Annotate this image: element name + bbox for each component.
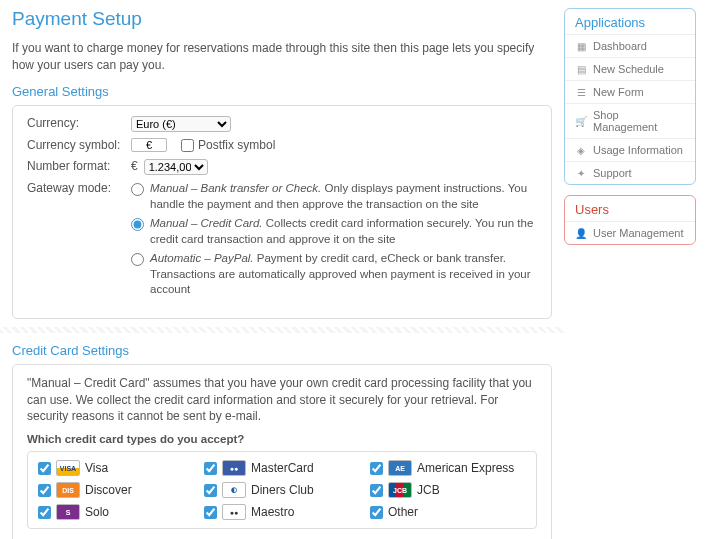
users-panel: Users 👤User Management — [564, 195, 696, 245]
radio-manual-bank[interactable] — [131, 183, 144, 196]
cc-checkbox[interactable] — [38, 484, 51, 497]
support-icon: ✦ — [575, 167, 587, 179]
cc-option-other[interactable]: Other — [370, 504, 526, 520]
sidebar-item-new-form[interactable]: ☰New Form — [565, 80, 695, 103]
format-select[interactable]: 1.234,00 — [144, 159, 208, 175]
radio-manual-cc[interactable] — [131, 218, 144, 231]
format-prefix: € — [131, 159, 138, 175]
cc-checkbox[interactable] — [204, 462, 217, 475]
sidebar-item-new-schedule[interactable]: ▤New Schedule — [565, 57, 695, 80]
cc-checkbox[interactable] — [370, 462, 383, 475]
sidebar-item-usage-information[interactable]: ◈Usage Information — [565, 138, 695, 161]
sidebar-item-support[interactable]: ✦Support — [565, 161, 695, 184]
general-heading: General Settings — [12, 84, 552, 99]
cc-heading: Credit Card Settings — [12, 343, 552, 358]
currency-select[interactable]: Euro (€) — [131, 116, 231, 132]
postfix-checkbox[interactable] — [181, 139, 194, 152]
cc-question: Which credit card types do you accept? — [27, 433, 537, 445]
visa-icon: VISA — [56, 460, 80, 476]
gateway-mode-manual-cc[interactable]: Manual – Credit Card. Collects credit ca… — [131, 216, 537, 247]
usage-information-icon: ◈ — [575, 144, 587, 156]
gateway-mode-paypal[interactable]: Automatic – PayPal. Payment by credit ca… — [131, 251, 537, 298]
maestro-icon: ●● — [222, 504, 246, 520]
new-form-icon: ☰ — [575, 86, 587, 98]
user-management-icon: 👤 — [575, 227, 587, 239]
sidebar-item-label: User Management — [593, 227, 684, 239]
sidebar-item-user-management[interactable]: 👤User Management — [565, 221, 695, 244]
cc-label: Diners Club — [251, 483, 314, 497]
cc-checkbox[interactable] — [204, 506, 217, 519]
cc-option-solo[interactable]: SSolo — [38, 504, 194, 520]
cc-label: JCB — [417, 483, 440, 497]
cc-label: American Express — [417, 461, 514, 475]
symbol-input[interactable] — [131, 138, 167, 152]
cc-checkbox[interactable] — [204, 484, 217, 497]
applications-panel: Applications ▦Dashboard▤New Schedule☰New… — [564, 8, 696, 185]
cc-checkbox[interactable] — [38, 506, 51, 519]
diners-club-icon: ◐ — [222, 482, 246, 498]
gateway-mode-manual-bank[interactable]: Manual – Bank transfer or Check. Only di… — [131, 181, 537, 212]
postfix-label: Postfix symbol — [198, 138, 275, 154]
currency-label: Currency: — [27, 116, 131, 132]
cc-option-visa[interactable]: VISAVisa — [38, 460, 194, 476]
sidebar-item-label: Usage Information — [593, 144, 683, 156]
cc-label: Maestro — [251, 505, 294, 519]
cc-label: Other — [388, 505, 418, 519]
cc-label: Visa — [85, 461, 108, 475]
cc-label: Discover — [85, 483, 132, 497]
cc-checkbox[interactable] — [370, 506, 383, 519]
cc-option-maestro[interactable]: ●●Maestro — [204, 504, 360, 520]
cc-option-diners-club[interactable]: ◐Diners Club — [204, 482, 360, 498]
shop-management-icon: 🛒 — [575, 115, 587, 127]
solo-icon: S — [56, 504, 80, 520]
cc-settings-panel: "Manual – Credit Card" assumes that you … — [12, 364, 552, 539]
sidebar-item-shop-management[interactable]: 🛒Shop Management — [565, 103, 695, 138]
cc-option-mastercard[interactable]: ●●MasterCard — [204, 460, 360, 476]
cc-option-jcb[interactable]: JCBJCB — [370, 482, 526, 498]
sidebar-item-label: New Schedule — [593, 63, 664, 75]
cc-option-american-express[interactable]: AEAmerican Express — [370, 460, 526, 476]
general-settings-panel: Currency: Euro (€) Currency symbol: Post… — [12, 105, 552, 319]
section-divider — [0, 327, 564, 333]
mastercard-icon: ●● — [222, 460, 246, 476]
jcb-icon: JCB — [388, 482, 412, 498]
intro-text: If you want to charge money for reservat… — [12, 40, 552, 74]
dashboard-icon: ▦ — [575, 40, 587, 52]
users-title: Users — [565, 196, 695, 221]
cc-checkbox[interactable] — [370, 484, 383, 497]
sidebar-item-label: Dashboard — [593, 40, 647, 52]
sidebar-item-dashboard[interactable]: ▦Dashboard — [565, 34, 695, 57]
cc-label: MasterCard — [251, 461, 314, 475]
page-title: Payment Setup — [12, 8, 552, 30]
format-label: Number format: — [27, 159, 131, 175]
new-schedule-icon: ▤ — [575, 63, 587, 75]
radio-paypal[interactable] — [131, 253, 144, 266]
sidebar-item-label: Shop Management — [593, 109, 685, 133]
cc-option-discover[interactable]: DISDiscover — [38, 482, 194, 498]
cc-description: "Manual – Credit Card" assumes that you … — [27, 375, 537, 425]
applications-title: Applications — [565, 9, 695, 34]
sidebar-item-label: Support — [593, 167, 632, 179]
discover-icon: DIS — [56, 482, 80, 498]
cc-checkbox[interactable] — [38, 462, 51, 475]
symbol-label: Currency symbol: — [27, 138, 131, 154]
sidebar-item-label: New Form — [593, 86, 644, 98]
gateway-label: Gateway mode: — [27, 181, 131, 197]
american-express-icon: AE — [388, 460, 412, 476]
cc-label: Solo — [85, 505, 109, 519]
